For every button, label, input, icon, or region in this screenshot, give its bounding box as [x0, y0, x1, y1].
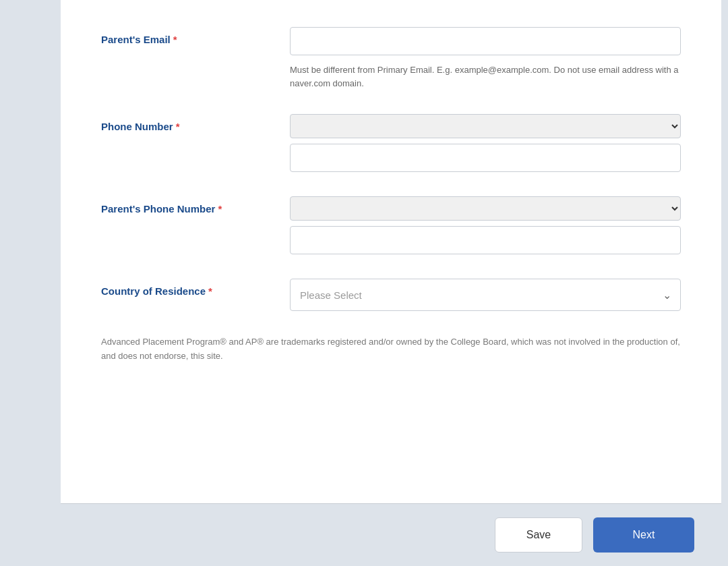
- form-area: Parent's Email* Must be different from P…: [61, 0, 721, 503]
- country-of-residence-row: Country of Residence* Please Select ⌄: [101, 279, 681, 311]
- phone-number-fields: [290, 114, 681, 172]
- phone-number-required: *: [176, 121, 180, 132]
- footer-bar: Save Next: [61, 503, 721, 566]
- disclaimer-text: Advanced Placement Program® and AP® are …: [101, 335, 681, 377]
- parent-email-label-text: Parent's Email: [101, 34, 171, 45]
- phone-number-label-text: Phone Number: [101, 121, 173, 132]
- phone-number-row: Phone Number*: [101, 114, 681, 172]
- country-select-wrapper: Please Select ⌄: [290, 279, 681, 311]
- country-of-residence-fields: Please Select ⌄: [290, 279, 681, 311]
- parent-phone-number-label: Parent's Phone Number*: [101, 196, 290, 215]
- parent-email-fields: Must be different from Primary Email. E.…: [290, 27, 681, 90]
- parent-phone-number-fields: [290, 196, 681, 254]
- parent-email-input[interactable]: [290, 27, 681, 55]
- parent-phone-number-label-text: Parent's Phone Number: [101, 203, 215, 215]
- country-required: *: [208, 285, 212, 297]
- parent-phone-number-row: Parent's Phone Number*: [101, 196, 681, 254]
- phone-number-label: Phone Number*: [101, 114, 290, 132]
- parent-phone-number-required: *: [218, 203, 222, 215]
- sidebar-right: [721, 0, 728, 566]
- parent-email-hint: Must be different from Primary Email. E.…: [290, 63, 681, 90]
- sidebar-left: [0, 0, 61, 566]
- phone-number-input[interactable]: [290, 144, 681, 172]
- next-button[interactable]: Next: [593, 517, 694, 553]
- parent-email-row: Parent's Email* Must be different from P…: [101, 27, 681, 90]
- parent-email-label: Parent's Email*: [101, 27, 290, 45]
- country-of-residence-label: Country of Residence*: [101, 279, 290, 297]
- save-button[interactable]: Save: [495, 517, 582, 553]
- country-select[interactable]: Please Select: [290, 279, 681, 311]
- parent-phone-number-input[interactable]: [290, 226, 681, 254]
- parent-email-required: *: [173, 34, 177, 45]
- parent-phone-number-country-code[interactable]: [290, 196, 681, 221]
- country-label-text: Country of Residence: [101, 285, 206, 297]
- main-content: Parent's Email* Must be different from P…: [61, 0, 721, 566]
- phone-number-country-code[interactable]: [290, 114, 681, 138]
